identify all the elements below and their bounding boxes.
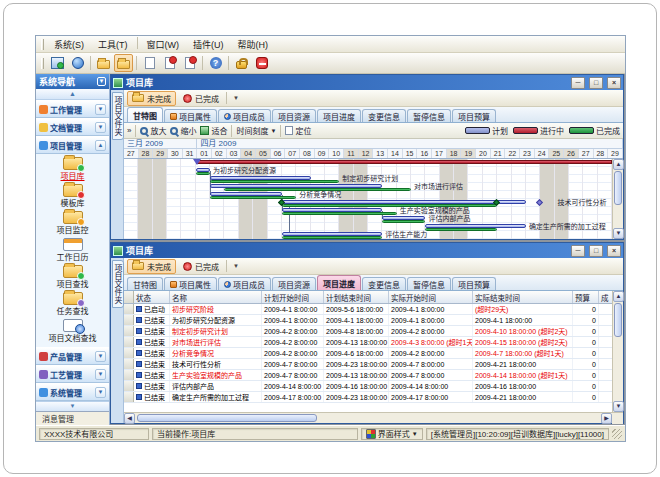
tab-项目成员[interactable]: 项目成员 bbox=[218, 109, 271, 122]
tab-项目进度[interactable]: 项目进度 bbox=[317, 275, 361, 290]
sidebar-group-bottom-0[interactable]: 产品管理▼ bbox=[36, 347, 109, 365]
column-header-状态[interactable]: 状态 bbox=[134, 291, 170, 303]
gantt-chart-area[interactable]: 为初步研究分配资源制定初步研究计划对市场进行评估分析竞争情况技术可行性分析生产实… bbox=[124, 159, 612, 239]
tab-项目资源[interactable]: 项目资源 bbox=[272, 109, 316, 122]
sidebar-item-7[interactable]: 项目文档查找 bbox=[36, 319, 109, 343]
gantt-vertical-scrollbar[interactable]: ▲ ▼ bbox=[612, 159, 623, 239]
column-header-实际结束时间[interactable]: 实际结束时间 bbox=[473, 291, 573, 303]
document-badge2-button[interactable] bbox=[180, 54, 199, 72]
scroll-up-arrow[interactable]: ▲ bbox=[613, 291, 624, 302]
actual-bar-分析竞争情况[interactable] bbox=[210, 196, 296, 199]
sidebar-collapse-button[interactable]: ▲ bbox=[36, 89, 109, 100]
table-vertical-scrollbar[interactable]: ▲ ▼ bbox=[612, 291, 623, 412]
filter-overflow-button[interactable]: ▼ bbox=[229, 263, 243, 269]
tab-项目属性[interactable]: 项目属性 bbox=[164, 277, 217, 290]
column-header-预算[interactable]: 预算 bbox=[573, 291, 599, 303]
chevron-icon[interactable]: ▼ bbox=[95, 122, 106, 133]
scroll-down-arrow[interactable]: ▼ bbox=[613, 401, 624, 412]
tab-项目成员[interactable]: 项目成员 bbox=[218, 277, 271, 290]
sidebar-item-1[interactable]: 项目库 bbox=[36, 157, 109, 181]
actual-bar-为初步研究分配资源[interactable] bbox=[196, 172, 210, 175]
lock-button[interactable] bbox=[232, 54, 251, 72]
project-folder-vertical-tab[interactable]: 项目文件夹 bbox=[112, 260, 124, 308]
column-header-计划开始时间[interactable]: 计划开始时间 bbox=[262, 291, 324, 303]
table-row-6[interactable]: 已结束技术可行性分析2009-4-7 8:00:002009-4-23 18:0… bbox=[124, 359, 612, 370]
message-management-tab[interactable]: 消息管理 bbox=[36, 411, 109, 425]
tab-甘特图[interactable]: 甘特图 bbox=[127, 277, 163, 290]
toolbar-gripper[interactable] bbox=[41, 58, 44, 69]
table-row-5[interactable]: 已结束分析竞争情况2009-4-2 8:00:002009-4-6 18:00:… bbox=[124, 348, 612, 359]
locate-button[interactable]: 定位 bbox=[285, 125, 311, 136]
table-row-1[interactable]: 已启动初步研究阶段2009-4-1 8:00:002009-5-6 18:00:… bbox=[124, 304, 612, 315]
table-row-3[interactable]: 已结束制定初步研究计划2009-4-2 8:00:002009-4-8 18:0… bbox=[124, 326, 612, 337]
sidebar-group-top-0[interactable]: 工作管理▼ bbox=[36, 100, 109, 118]
scroll-thumb[interactable] bbox=[614, 171, 622, 205]
minimize-button[interactable]: ─ bbox=[571, 77, 585, 89]
sidebar-group-bottom-2[interactable]: 系统管理▼ bbox=[36, 383, 109, 401]
maximize-button[interactable]: □ bbox=[589, 77, 603, 89]
menu-item-3[interactable]: 窗口(W) bbox=[140, 37, 187, 52]
menu-item-2[interactable]: 工具(T) bbox=[91, 37, 135, 52]
chevron-icon[interactable]: ▼ bbox=[95, 351, 106, 362]
actual-bar-评估内部产品[interactable] bbox=[382, 220, 425, 223]
tab-暂停信息[interactable]: 暂停信息 bbox=[407, 277, 451, 290]
close-button[interactable]: × bbox=[607, 245, 621, 257]
globe-button[interactable] bbox=[68, 54, 87, 72]
document-button[interactable] bbox=[140, 54, 159, 72]
interface-style-dropdown[interactable]: 界面样式 ▼ bbox=[361, 428, 423, 440]
sidebar-item-3[interactable]: 项目监控 bbox=[36, 211, 109, 235]
tab-甘特图[interactable]: 甘特图 bbox=[127, 107, 163, 122]
chevron-icon[interactable]: ▼ bbox=[95, 104, 106, 115]
finished-filter-button[interactable]: 已完成 bbox=[178, 91, 224, 106]
table-row-7[interactable]: 已结束生产实验室规模的产品2009-4-7 8:00:002009-4-13 1… bbox=[124, 370, 612, 381]
tab-项目预算[interactable]: 项目预算 bbox=[452, 277, 496, 290]
toolbar-more-button[interactable]: » bbox=[127, 126, 131, 135]
menubar-gripper[interactable] bbox=[41, 39, 44, 50]
sidebar-group-top-1[interactable]: 文档管理▼ bbox=[36, 118, 109, 136]
stop-button[interactable] bbox=[252, 54, 271, 72]
summary-bar-初步研究阶段[interactable] bbox=[196, 160, 612, 164]
tab-项目进度[interactable]: 项目进度 bbox=[317, 109, 361, 122]
sidebar-item-5[interactable]: 项目查找 bbox=[36, 265, 109, 289]
tab-项目资源[interactable]: 项目资源 bbox=[272, 277, 316, 290]
help-button[interactable] bbox=[206, 54, 225, 72]
tab-变更信息[interactable]: 变更信息 bbox=[362, 109, 406, 122]
tab-项目预算[interactable]: 项目预算 bbox=[452, 109, 496, 122]
unfinished-filter-button[interactable]: 未完成 bbox=[127, 91, 176, 106]
table-row-2[interactable]: 已结束为初步研究分配资源2009-4-1 8:00:002009-4-1 18:… bbox=[124, 315, 612, 326]
chevron-icon[interactable]: ▲ bbox=[95, 140, 106, 151]
zoom-out-button[interactable]: 缩小 bbox=[170, 125, 196, 136]
actual-bar-生产实验室规模的产品[interactable] bbox=[282, 212, 397, 215]
gantt-window-titlebar[interactable]: 项目库 ─ □ × bbox=[111, 75, 623, 90]
screen-button[interactable] bbox=[48, 54, 67, 72]
actual-bar-制定初步研究计划[interactable] bbox=[210, 180, 339, 183]
column-header-名称[interactable]: 名称 bbox=[170, 291, 262, 303]
table-window-titlebar[interactable]: 项目库 ─ □ × bbox=[111, 243, 623, 258]
unfinished-filter-button[interactable]: 未完成 bbox=[127, 259, 176, 274]
minimize-button[interactable]: ─ bbox=[571, 245, 585, 257]
zoom-in-button[interactable]: 放大 bbox=[140, 125, 166, 136]
sidebar-group-top-2[interactable]: 项目管理▲ bbox=[36, 136, 109, 154]
menu-item-4[interactable]: 插件(U) bbox=[186, 37, 231, 52]
tab-变更信息[interactable]: 变更信息 bbox=[362, 277, 406, 290]
tab-暂停信息[interactable]: 暂停信息 bbox=[407, 109, 451, 122]
filter-overflow-button[interactable]: ▼ bbox=[229, 95, 243, 101]
finished-filter-button[interactable]: 已完成 bbox=[178, 259, 224, 274]
sidebar-item-2[interactable]: 模板库 bbox=[36, 184, 109, 208]
fit-button[interactable]: 适合 bbox=[200, 125, 227, 136]
sidebar-group-bottom-1[interactable]: 工艺管理▼ bbox=[36, 365, 109, 383]
maximize-button[interactable]: □ bbox=[589, 245, 603, 257]
close-button[interactable]: × bbox=[607, 77, 621, 89]
chevron-icon[interactable]: ▼ bbox=[95, 369, 106, 380]
tab-项目属性[interactable]: 项目属性 bbox=[164, 109, 217, 122]
pin-icon[interactable]: ▼ bbox=[97, 77, 106, 86]
sidebar-overflow-button[interactable]: ▼ bbox=[36, 401, 109, 411]
column-header-成[interactable]: 成 bbox=[599, 291, 612, 303]
table-row-9[interactable]: 已结束确定生产所需的加工过程2009-4-17 8:00:002009-4-23… bbox=[124, 392, 612, 403]
resize-grip[interactable] bbox=[612, 429, 622, 439]
chevron-icon[interactable]: ▼ bbox=[95, 387, 106, 398]
table-row-8[interactable]: 已结束评估内部产品2009-4-14 8:00:002009-4-16 18:0… bbox=[124, 381, 612, 392]
scroll-thumb[interactable] bbox=[614, 303, 622, 337]
menu-item-1[interactable]: 系统(S) bbox=[47, 37, 91, 52]
table-row-4[interactable]: 已结束对市场进行评估2009-4-2 8:00:002009-4-13 18:0… bbox=[124, 337, 612, 348]
